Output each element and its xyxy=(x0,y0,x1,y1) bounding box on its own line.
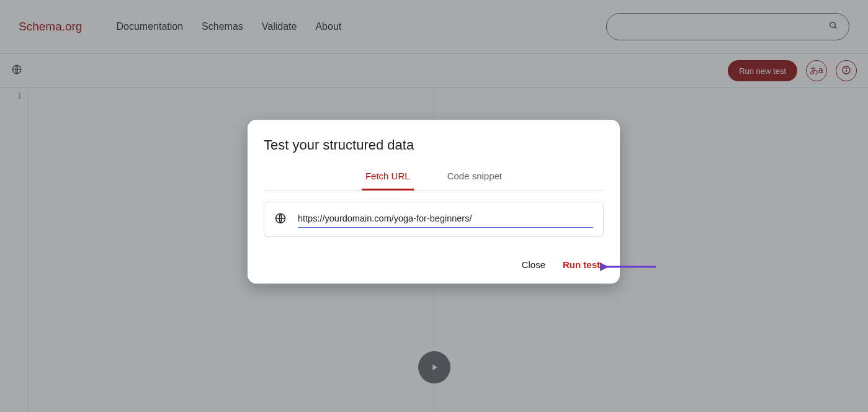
globe-icon xyxy=(274,212,287,227)
url-input-box xyxy=(264,202,604,237)
run-test-button[interactable]: Run test xyxy=(563,259,600,270)
test-modal: Test your structured data Fetch URL Code… xyxy=(248,120,620,284)
modal-title: Test your structured data xyxy=(264,137,604,153)
url-input[interactable] xyxy=(298,211,593,228)
modal-actions: Close Run test xyxy=(264,259,604,270)
modal-tabs: Fetch URL Code snippet xyxy=(264,171,604,190)
tab-code-snippet[interactable]: Code snippet xyxy=(444,171,506,190)
tab-fetch-url[interactable]: Fetch URL xyxy=(362,171,414,190)
close-button[interactable]: Close xyxy=(522,259,545,270)
